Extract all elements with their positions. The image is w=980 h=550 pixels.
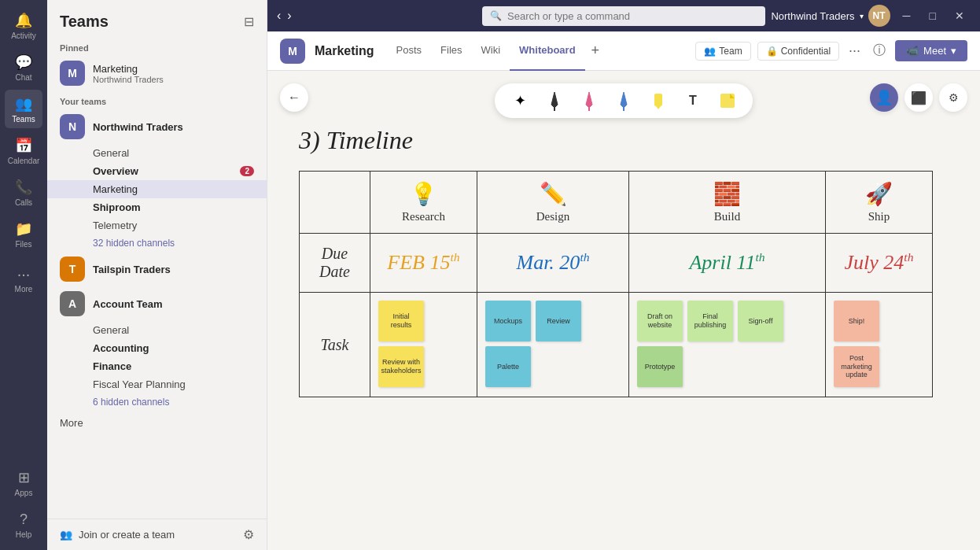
ellipsis-button[interactable]: ··· <box>846 42 864 59</box>
join-create-icon: 👥 <box>60 529 72 541</box>
northwind-icon: N <box>60 114 85 139</box>
channel-overview[interactable]: Overview 2 <box>47 162 267 180</box>
rail-item-activity[interactable]: 🔔 Activity <box>5 6 42 45</box>
highlighter-tool[interactable] <box>646 88 671 113</box>
sticky-review-stakeholders: Review with stakeholders <box>378 346 424 387</box>
filter-icon[interactable]: ⊟ <box>244 14 254 29</box>
sticky-palette: Palette <box>485 346 531 387</box>
channel-marketing[interactable]: Marketing <box>47 180 267 198</box>
search-input[interactable] <box>482 6 765 26</box>
rail-item-chat[interactable]: 💬 Chat <box>5 48 42 87</box>
tab-wiki[interactable]: Wiki <box>472 31 510 71</box>
meet-label: Meet <box>923 45 946 57</box>
tailspin-icon: T <box>60 257 85 282</box>
rail-item-help[interactable]: ? Help <box>5 505 42 544</box>
text-tool[interactable]: T <box>680 88 706 113</box>
team-northwind[interactable]: N Northwind Traders ··· <box>47 109 267 144</box>
forward-button[interactable]: › <box>287 9 291 23</box>
rail-label-teams: Teams <box>12 115 35 124</box>
calls-icon: 📞 <box>14 178 33 197</box>
rail-label-help: Help <box>16 530 32 539</box>
minimize-button[interactable]: ─ <box>897 9 917 22</box>
build-icon: 🧱 <box>636 181 819 207</box>
user-area[interactable]: Northwind Traders ▾ NT <box>771 5 890 27</box>
team-button[interactable]: 👥 Team <box>695 42 750 61</box>
rail-item-apps[interactable]: ⊞ Apps <box>5 463 42 502</box>
sticky-final-publishing: Final publishing <box>687 301 733 341</box>
ship-label: Ship <box>832 210 926 223</box>
channel-telemetry[interactable]: Telemetry <box>47 216 267 234</box>
task-build: Draft on website Final publishing Sign-o… <box>629 293 826 397</box>
meet-button[interactable]: 📹 Meet ▾ <box>895 40 967 61</box>
whiteboard-right-buttons: 👤 ⬛ ⚙ <box>870 83 967 112</box>
confidential-button[interactable]: 🔒 Confidential <box>757 42 839 61</box>
more-button[interactable]: More <box>47 411 267 435</box>
pinned-marketing-sub: Northwind Traders <box>93 75 164 84</box>
account-hidden-channels[interactable]: 6 hidden channels <box>47 393 267 411</box>
rail-label-activity: Activity <box>11 31 36 40</box>
rail-item-more[interactable]: ··· More <box>5 260 42 298</box>
team-tailspin[interactable]: T Tailspin Traders ··· <box>47 252 267 286</box>
tab-posts[interactable]: Posts <box>387 31 432 71</box>
back-button[interactable]: ‹ <box>277 9 281 23</box>
northwind-hidden-channels[interactable]: 32 hidden channels <box>47 234 267 252</box>
channel-logo: M <box>280 39 305 64</box>
task-research: Initial results Review with stakeholders <box>370 293 477 397</box>
design-label: Design <box>484 210 622 223</box>
channel-general-northwind[interactable]: General <box>47 144 267 162</box>
channel-shiproom[interactable]: Shiproom <box>47 198 267 216</box>
channel-general-account[interactable]: General <box>47 321 267 339</box>
col-header-build: 🧱 Build <box>629 172 826 234</box>
task-ship: Ship! Post marketing update <box>826 293 933 397</box>
pen-tool-pink[interactable] <box>577 88 602 113</box>
left-rail: 🔔 Activity 💬 Chat 👥 Teams 📅 Calendar 📞 C… <box>0 0 47 550</box>
sidebar-header: Teams ⊟ <box>47 0 267 37</box>
sticky-initial-results: Initial results <box>378 301 424 341</box>
calendar-icon: 📅 <box>14 136 33 155</box>
confidential-label: Confidential <box>781 46 831 57</box>
maximize-button[interactable]: □ <box>923 9 942 22</box>
rail-item-calendar[interactable]: 📅 Calendar <box>5 131 42 170</box>
channel-fiscal[interactable]: Fiscal Year Planning <box>47 375 267 393</box>
sticky-post-marketing: Post marketing update <box>834 346 879 387</box>
pen-tool-black[interactable] <box>542 88 567 113</box>
join-create-button[interactable]: 👥 Join or create a team <box>60 529 175 541</box>
your-teams-label: Your teams <box>47 90 267 109</box>
research-icon: 💡 <box>377 181 470 207</box>
main-content: ‹ › 🔍 Northwind Traders ▾ NT ─ □ ✕ M Mar… <box>267 0 980 550</box>
rail-item-files[interactable]: 📁 Files <box>5 215 42 253</box>
team-account[interactable]: A Account Team ··· <box>47 286 267 321</box>
account-icon: A <box>60 291 85 316</box>
ship-icon: 🚀 <box>832 181 926 207</box>
info-button[interactable]: ⓘ <box>870 42 889 59</box>
tab-files[interactable]: Files <box>431 31 471 71</box>
title-bar: ‹ › 🔍 Northwind Traders ▾ NT ─ □ ✕ <box>267 0 980 31</box>
research-stickies: Initial results Review with stakeholders <box>375 297 472 392</box>
close-button[interactable]: ✕ <box>949 9 971 22</box>
build-label: Build <box>636 210 819 223</box>
settings-button[interactable]: ⚙ <box>939 83 967 112</box>
share-presence-button[interactable]: 👤 <box>870 83 898 112</box>
add-tab-button[interactable]: + <box>585 42 606 59</box>
channel-finance[interactable]: Finance <box>47 357 267 375</box>
rail-item-teams[interactable]: 👥 Teams <box>5 90 42 128</box>
rail-item-calls[interactable]: 📞 Calls <box>5 173 42 212</box>
channel-accounting[interactable]: Accounting <box>47 339 267 357</box>
sidebar-content: Pinned M Marketing Northwind Traders You… <box>47 37 267 519</box>
col-header-ship: 🚀 Ship <box>826 172 933 234</box>
whiteboard-title: 3) Timeline <box>299 126 933 155</box>
search-icon: 🔍 <box>490 10 502 21</box>
pinned-marketing[interactable]: M Marketing Northwind Traders <box>47 56 267 90</box>
pen-tool-blue[interactable] <box>611 88 636 113</box>
export-button[interactable]: ⬛ <box>904 83 933 112</box>
sidebar: Teams ⊟ Pinned M Marketing Northwind Tra… <box>47 0 267 550</box>
whiteboard-back-button[interactable]: ← <box>280 83 308 112</box>
join-create-label: Join or create a team <box>79 529 175 541</box>
select-tool[interactable]: ✦ <box>507 88 532 113</box>
channel-header: M Marketing Posts Files Wiki Whiteboard … <box>267 31 980 71</box>
settings-icon[interactable]: ⚙ <box>243 527 254 542</box>
tab-whiteboard[interactable]: Whiteboard <box>510 31 585 71</box>
sticky-note-tool[interactable] <box>715 88 740 113</box>
team-icon: 👥 <box>704 46 716 57</box>
due-date-design: Mar. 20th <box>477 234 629 293</box>
